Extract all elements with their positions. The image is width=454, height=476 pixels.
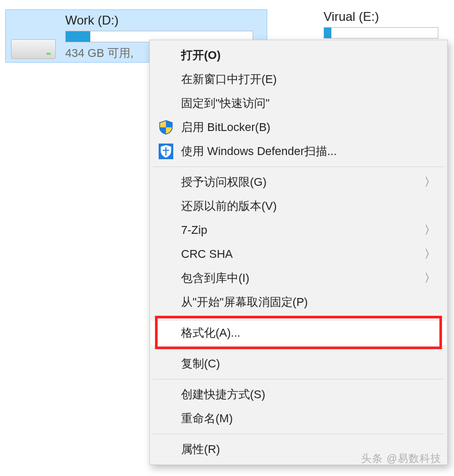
menu-separator (153, 348, 444, 349)
menu-open-new-window-label: 在新窗口中打开(E) (181, 72, 277, 87)
menu-defender-label: 使用 Windows Defender扫描... (181, 144, 337, 159)
menu-copy[interactable]: 复制(C) (151, 352, 446, 376)
menu-grant-access-label: 授予访问权限(G) (181, 174, 267, 190)
bitlocker-shield-icon (158, 120, 174, 135)
menu-separator (153, 317, 444, 318)
menu-defender[interactable]: 使用 Windows Defender扫描... (151, 139, 446, 163)
drive-e-usage-bar (324, 27, 438, 39)
menu-properties-label: 属性(R) (181, 442, 220, 457)
menu-open[interactable]: 打开(O) (151, 43, 446, 67)
menu-7zip[interactable]: 7-Zip 〉 (151, 218, 446, 242)
chevron-right-icon: 〉 (424, 246, 436, 262)
menu-grant-access[interactable]: 授予访问权限(G) 〉 (151, 170, 446, 194)
menu-create-shortcut[interactable]: 创建快捷方式(S) (151, 383, 446, 407)
chevron-right-icon: 〉 (424, 174, 436, 190)
menu-bitlocker[interactable]: 启用 BitLocker(B) (151, 115, 446, 139)
menu-rename-label: 重命名(M) (181, 411, 233, 426)
menu-open-label: 打开(O) (181, 47, 221, 63)
chevron-right-icon: 〉 (424, 270, 436, 286)
menu-rename[interactable]: 重命名(M) (151, 407, 446, 431)
menu-format-label: 格式化(A)... (181, 325, 241, 341)
menu-create-shortcut-label: 创建快捷方式(S) (181, 387, 265, 402)
menu-crc-sha[interactable]: CRC SHA 〉 (151, 242, 446, 266)
menu-format[interactable]: 格式化(A)... (151, 321, 446, 345)
menu-bitlocker-label: 启用 BitLocker(B) (181, 120, 270, 135)
menu-separator (153, 379, 444, 379)
menu-open-new-window[interactable]: 在新窗口中打开(E) (151, 67, 446, 91)
menu-separator (153, 434, 444, 434)
menu-pin-quick-access[interactable]: 固定到"快速访问" (151, 91, 446, 115)
hard-drive-icon (11, 27, 56, 59)
menu-7zip-label: 7-Zip (181, 223, 207, 237)
drive-e-info: Virual (E:) (324, 9, 438, 42)
drive-e-item[interactable]: Virual (E:) (324, 9, 438, 42)
chevron-right-icon: 〉 (424, 222, 436, 238)
menu-crc-sha-label: CRC SHA (181, 247, 233, 261)
defender-shield-icon (158, 144, 174, 159)
menu-restore-prev-label: 还原以前的版本(V) (181, 198, 277, 214)
menu-restore-prev[interactable]: 还原以前的版本(V) (151, 194, 446, 218)
menu-pin-quick-access-label: 固定到"快速访问" (181, 96, 270, 111)
drive-d-label: Work (D:) (65, 13, 261, 28)
context-menu: 打开(O) 在新窗口中打开(E) 固定到"快速访问" 启用 BitLocker(… (149, 40, 448, 465)
watermark-text: 头条 @易数科技 (361, 451, 441, 466)
menu-unpin-start-label: 从"开始"屏幕取消固定(P) (181, 294, 308, 310)
menu-include-library-label: 包含到库中(I) (181, 270, 249, 286)
menu-separator (153, 166, 444, 167)
drive-e-label: Virual (E:) (324, 9, 438, 24)
menu-unpin-start[interactable]: 从"开始"屏幕取消固定(P) (151, 290, 446, 314)
menu-copy-label: 复制(C) (181, 356, 220, 372)
menu-include-library[interactable]: 包含到库中(I) 〉 (151, 266, 446, 290)
